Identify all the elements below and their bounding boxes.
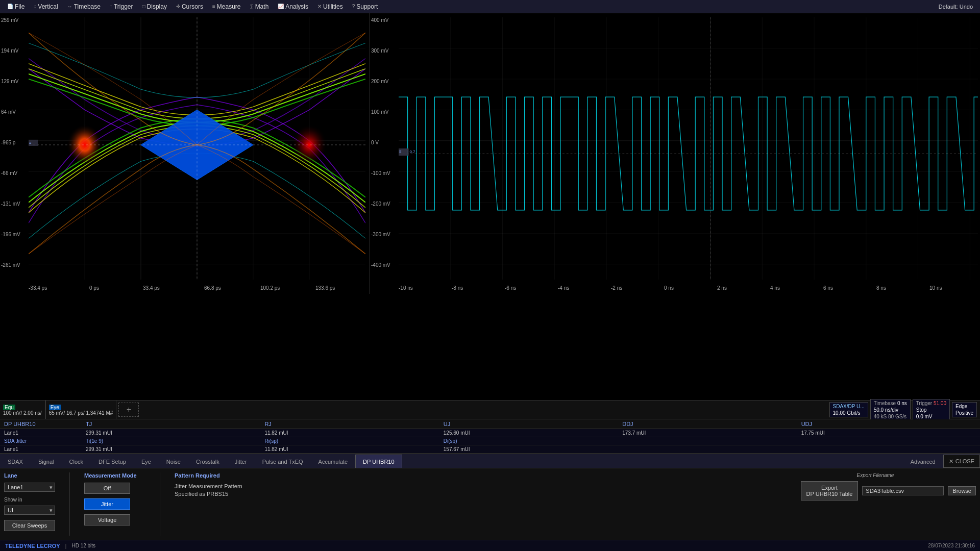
show-in-dropdown[interactable]: UI: [4, 506, 55, 515]
wave-x-label-11: 10 ns: [929, 285, 942, 291]
meas-col-rj: RJ: [262, 420, 441, 428]
wave-y-label-9: -400 mV: [371, 262, 390, 268]
svg-point-14: [291, 124, 327, 166]
eye-y-label-4: 64 mV: [1, 109, 16, 115]
pattern-required-title: Pattern Required: [175, 472, 277, 479]
pattern-required-section: Pattern Required Jitter Measurement Patt…: [175, 472, 277, 498]
meas-row1-ddj: 173.7 mUI: [620, 430, 799, 436]
channel-eye-values: 65 mV/ 16.7 ps/ 1.34741 M#: [49, 410, 113, 416]
wave-y-label-4: 100 mV: [371, 109, 388, 115]
wave-y-label-5: 0 V: [371, 140, 379, 145]
measurement-mode-section: Measurement Mode Off Jitter Voltage: [84, 472, 145, 527]
meas-row2-name: SDA Jitter: [2, 438, 84, 444]
brand-label: TELEDYNE LECROY: [5, 543, 60, 549]
eye-y-label-7: -131 mV: [1, 201, 20, 207]
meas-row-1: Lane1 299.31 mUI 11.82 mUI 125.60 mUI 17…: [0, 429, 980, 437]
close-button[interactable]: ✕ CLOSE: [943, 455, 980, 468]
channel-equ[interactable]: Equ 100 mV/ 2.00 ns/: [0, 400, 45, 419]
clear-sweeps-button[interactable]: Clear Sweeps: [4, 520, 55, 531]
tab-eye[interactable]: Eye: [134, 455, 159, 468]
lane-section-title: Lane: [4, 472, 55, 479]
wave-x-label-9: 6 ns: [823, 285, 833, 291]
measure-icon: ≡: [212, 4, 215, 9]
menu-item-display[interactable]: □ Display: [138, 2, 171, 11]
lane-dropdown[interactable]: Lane1: [4, 483, 55, 492]
menu-item-timebase[interactable]: ↔ Timebase: [63, 2, 105, 11]
datetime-label: 28/07/2023 21:30:16: [928, 543, 975, 548]
tab-noise[interactable]: Noise: [159, 455, 188, 468]
eye-x-label-1: -33.4 ps: [29, 285, 47, 291]
meas-row3-uj: 157.67 mUI: [442, 446, 620, 453]
meas-row3-name: Lane1: [2, 446, 84, 453]
mode-voltage-button[interactable]: Voltage: [84, 514, 130, 525]
tab-dfe-setup[interactable]: DFE Setup: [91, 455, 134, 468]
menu-item-vertical[interactable]: ↕ Vertical: [30, 2, 62, 11]
display-icon: □: [142, 4, 145, 9]
eye-diagram: 259 mV 194 mV 129 mV 64 mV -965 p -66 mV…: [0, 13, 370, 294]
eye-y-label-2: 194 mV: [1, 48, 18, 54]
channel-equ-values: 100 mV/ 2.00 ns/: [3, 410, 42, 416]
status-separator: |: [65, 543, 67, 549]
menu-item-file[interactable]: 📄 File: [3, 2, 29, 11]
measurement-mode-title: Measurement Mode: [84, 472, 145, 479]
vertical-icon: ↕: [34, 4, 36, 9]
meas-col-udj: UDJ: [799, 420, 978, 428]
export-button[interactable]: Export DP UHBR10 Table: [801, 481, 859, 500]
mode-jitter-button[interactable]: Jitter: [84, 498, 130, 510]
menu-item-utilities[interactable]: ✕ Utilities: [313, 2, 347, 11]
channel-eye[interactable]: Eye 65 mV/ 16.7 ps/ 1.34741 M#: [45, 400, 117, 419]
eye-canvas[interactable]: ≡: [29, 17, 365, 280]
tab-signal[interactable]: Signal: [31, 455, 62, 468]
eye-x-label-5: 100.2 ps: [260, 285, 280, 291]
tab-clock[interactable]: Clock: [62, 455, 91, 468]
hd-info: HD 12 bits: [71, 543, 95, 548]
timebase-icon: ↔: [67, 4, 72, 9]
svg-text:≡: ≡: [29, 141, 32, 145]
wave-y-label-2: 300 mV: [371, 48, 388, 54]
trigger-icon: ↑: [110, 4, 112, 9]
meas-row2-empty2: [799, 438, 978, 444]
meas-row1-udj: 17.75 mUI: [799, 430, 978, 436]
meas-row1-rj: 11.82 mUI: [262, 430, 441, 436]
eye-y-label-5: -965 p: [1, 140, 15, 145]
menu-item-support[interactable]: ? Support: [348, 2, 382, 11]
status-bar: TELEDYNE LECROY | HD 12 bits 28/07/2023 …: [0, 540, 980, 551]
export-filename-label: Export Filename: [857, 472, 894, 478]
menu-item-trigger[interactable]: ↑ Trigger: [106, 2, 137, 11]
wave-x-label-6: 0 ns: [664, 285, 674, 291]
add-channel-button[interactable]: +: [118, 403, 139, 417]
divider-1: [69, 472, 70, 536]
waveform-canvas[interactable]: ≡ 0.7: [399, 17, 978, 280]
tab-crosstalk[interactable]: Crosstalk: [188, 455, 227, 468]
meas-row2-di: Di(sp): [442, 438, 620, 444]
meas-row3-udj: [799, 446, 978, 453]
tab-sdax[interactable]: SDAX: [0, 455, 31, 468]
tab-dp-uhbr10[interactable]: DP UHBR10: [355, 455, 402, 468]
close-x-icon: ✕: [949, 458, 953, 465]
file-icon: 📄: [7, 4, 13, 9]
tab-advanced[interactable]: Advanced: [903, 455, 943, 468]
tab-jitter[interactable]: Jitter: [227, 455, 255, 468]
wave-x-label-1: -10 ns: [399, 285, 413, 291]
meas-row3-tj: 299.31 mUI: [84, 446, 262, 453]
default-button[interactable]: Default: Undo: [935, 3, 977, 11]
tab-pulse-txeq[interactable]: Pulse and TxEQ: [255, 455, 311, 468]
eye-y-label-9: -261 mV: [1, 262, 20, 268]
right-status-panel: SDAX/DP U... 10.00 Gbit/s Timebase 0 ns …: [826, 400, 980, 419]
meas-row2-empty1: [620, 438, 799, 444]
show-in-label: Show in: [4, 497, 55, 503]
browse-button[interactable]: Browse: [948, 486, 976, 495]
export-filename-input[interactable]: [862, 486, 944, 495]
menu-item-analysis[interactable]: 📈 Analysis: [274, 2, 312, 11]
menu-item-cursors[interactable]: ✛ Cursors: [172, 2, 207, 11]
menu-bar: 📄 File ↕ Vertical ↔ Timebase ↑ Trigger □…: [0, 0, 980, 13]
menu-item-math[interactable]: ∑ Math: [246, 2, 273, 11]
status-channel-name: SDAX/DP U...: [833, 404, 865, 409]
wave-x-label-5: -2 ns: [611, 285, 622, 291]
tab-accumulate[interactable]: Accumulate: [311, 455, 355, 468]
mode-off-button[interactable]: Off: [84, 483, 130, 494]
meas-row1-uj: 125.60 mUI: [442, 430, 620, 436]
wave-y-label-1: 400 mV: [371, 17, 388, 23]
menu-item-measure[interactable]: ≡ Measure: [208, 2, 245, 11]
eye-x-label-6: 133.6 ps: [315, 285, 335, 291]
